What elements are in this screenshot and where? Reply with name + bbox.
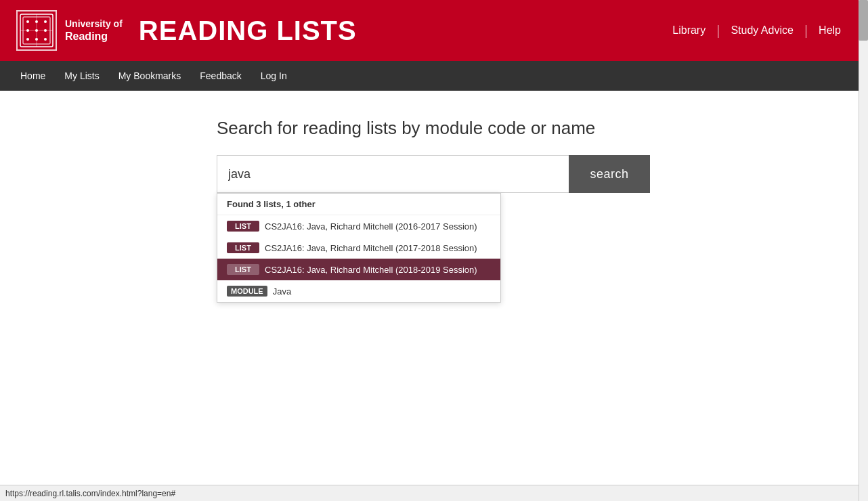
svg-point-10 xyxy=(44,38,47,41)
badge-list-0: LIST xyxy=(227,221,259,232)
dropdown-item-text-1: CS2JA16: Java, Richard Mitchell (2017-20… xyxy=(265,243,491,253)
search-heading: Search for reading lists by module code … xyxy=(217,118,868,139)
nav-home[interactable]: Home xyxy=(11,61,55,91)
dropdown-item-text-0: CS2JA16: Java, Richard Mitchell (2016-20… xyxy=(265,221,491,232)
dropdown-item-3[interactable]: MODULE Java xyxy=(217,280,500,302)
badge-list-1: LIST xyxy=(227,242,259,253)
search-input[interactable] xyxy=(217,155,569,193)
dropdown-item-text-2: CS2JA16: Java, Richard Mitchell (2018-20… xyxy=(265,265,491,275)
svg-point-2 xyxy=(26,20,29,23)
dropdown-item-2[interactable]: LIST CS2JA16: Java, Richard Mitchell (20… xyxy=(217,259,500,280)
search-dropdown: Found 3 lists, 1 other LIST CS2JA16: Jav… xyxy=(217,193,501,303)
svg-point-8 xyxy=(26,38,29,41)
logo-svg xyxy=(19,13,54,48)
nav-feedback[interactable]: Feedback xyxy=(190,61,251,91)
svg-point-4 xyxy=(44,20,47,23)
main-navbar: Home My Lists My Bookmarks Feedback Log … xyxy=(0,61,868,91)
university-name: University of Reading xyxy=(65,18,123,44)
nav-my-lists[interactable]: My Lists xyxy=(55,61,108,91)
scrollbar[interactable] xyxy=(859,0,868,497)
dropdown-found-text: Found 3 lists, 1 other xyxy=(217,194,500,215)
nav-my-bookmarks[interactable]: My Bookmarks xyxy=(109,61,191,91)
statusbar-url: https://reading.rl.talis.com/index.html?… xyxy=(5,489,175,498)
logo-emblem xyxy=(16,10,57,51)
search-bar: search xyxy=(217,155,650,193)
badge-module-0: MODULE xyxy=(227,286,267,297)
search-container: search Found 3 lists, 1 other LIST CS2JA… xyxy=(217,155,650,193)
nav-log-in[interactable]: Log In xyxy=(251,61,297,91)
statusbar: https://reading.rl.talis.com/index.html?… xyxy=(0,485,868,497)
university-logo-link[interactable]: University of Reading xyxy=(16,10,123,51)
help-link[interactable]: Help xyxy=(808,24,852,37)
site-header: University of Reading READING LISTS Libr… xyxy=(0,0,868,61)
page-title: READING LISTS xyxy=(139,16,357,46)
study-advice-link[interactable]: Study Advice xyxy=(720,24,804,37)
scrollbar-thumb[interactable] xyxy=(859,0,868,41)
dropdown-item-0[interactable]: LIST CS2JA16: Java, Richard Mitchell (20… xyxy=(217,215,500,237)
dropdown-item-1[interactable]: LIST CS2JA16: Java, Richard Mitchell (20… xyxy=(217,237,500,259)
library-link[interactable]: Library xyxy=(661,24,716,37)
main-content: Search for reading lists by module code … xyxy=(0,91,868,497)
badge-list-2: LIST xyxy=(227,264,259,275)
header-nav: Library | Study Advice | Help xyxy=(661,23,852,39)
search-button[interactable]: search xyxy=(569,155,650,193)
dropdown-item-text-3: Java xyxy=(273,286,491,297)
